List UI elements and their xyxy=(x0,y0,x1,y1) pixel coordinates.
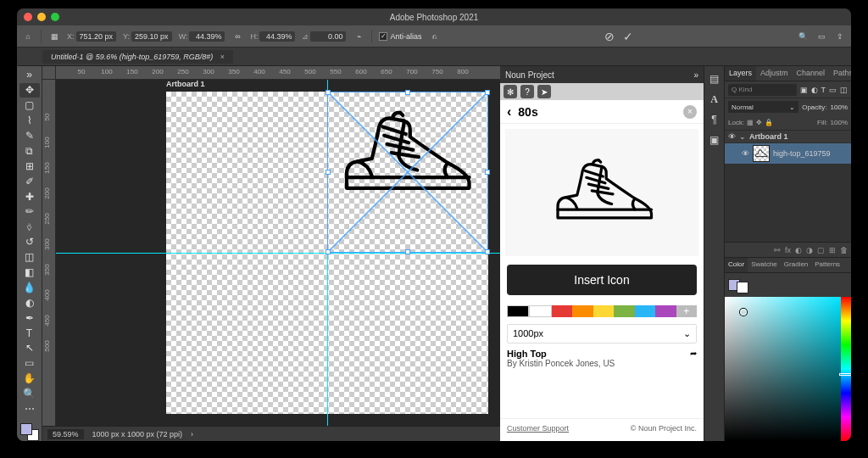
libraries-panel-icon[interactable]: ▣ xyxy=(707,132,722,148)
search-term[interactable]: 80s xyxy=(518,105,537,119)
plugin-share-icon[interactable]: ➤ xyxy=(537,85,551,98)
workspace-icon[interactable]: ▭ xyxy=(815,31,827,42)
new-group-icon[interactable]: ▢ xyxy=(817,246,825,254)
horizontal-guide[interactable] xyxy=(56,253,500,254)
noun-project-tab[interactable]: Noun Project xyxy=(505,70,554,80)
pen-tool[interactable]: ✒ xyxy=(19,310,40,325)
zoom-tool[interactable]: 🔍 xyxy=(19,387,40,401)
transform-handle-bl[interactable] xyxy=(326,249,331,254)
eyedropper-tool[interactable]: ✐ xyxy=(19,174,40,188)
link-wh-icon[interactable]: ∞ xyxy=(231,31,243,42)
dodge-tool[interactable]: ◐ xyxy=(19,295,40,310)
antialias-checkbox[interactable]: ✓Anti-alias xyxy=(379,32,421,41)
artboard-expand-icon[interactable]: ⌄ xyxy=(739,132,746,141)
vertical-ruler[interactable]: 50 100 150 200 250 300 350 400 450 500 xyxy=(42,80,56,426)
paragraph-panel-icon[interactable]: ¶ xyxy=(707,112,722,127)
angle-value[interactable]: 0.00 xyxy=(310,31,346,42)
visibility-toggle-icon[interactable]: 👁 xyxy=(728,132,736,141)
lasso-tool[interactable]: ⌇ xyxy=(19,114,40,128)
artboard-layer-row[interactable]: 👁 ⌄ Artboard 1 xyxy=(725,131,851,143)
tab-swatches[interactable]: Swatche xyxy=(748,258,781,272)
tab-paths[interactable]: Paths xyxy=(829,66,851,81)
transform-handle-tm[interactable] xyxy=(405,90,410,95)
transform-handle-mr[interactable] xyxy=(485,170,490,175)
history-brush-tool[interactable]: ↺ xyxy=(19,235,40,249)
artboard-label[interactable]: Artboard 1 xyxy=(166,80,205,88)
panel-collapse-icon[interactable]: » xyxy=(693,70,698,80)
blur-tool[interactable]: 💧 xyxy=(19,280,40,294)
transform-bounding-box[interactable] xyxy=(327,92,488,253)
transform-handle-bm[interactable] xyxy=(405,249,410,254)
warp-icon[interactable]: ⎌ xyxy=(428,31,440,42)
crop-tool[interactable]: ⧉ xyxy=(19,143,40,158)
layer-fx-icon[interactable]: fx xyxy=(785,246,791,254)
interpolation-icon[interactable]: ⌁ xyxy=(353,31,364,42)
tab-adjustments[interactable]: Adjustm xyxy=(756,66,793,81)
delete-layer-icon[interactable]: 🗑 xyxy=(840,246,848,254)
swatch-yellow[interactable] xyxy=(593,305,614,317)
character-panel-icon[interactable]: A xyxy=(707,92,722,107)
plugin-help-icon[interactable]: ? xyxy=(520,85,534,98)
frame-tool[interactable]: ⊞ xyxy=(19,159,40,173)
transform-ref-icon[interactable]: ▦ xyxy=(48,31,60,42)
transform-handle-br[interactable] xyxy=(485,249,490,254)
filter-smart-icon[interactable]: ◫ xyxy=(840,86,848,94)
visibility-toggle-icon[interactable]: 👁 xyxy=(742,149,749,158)
add-swatch-icon[interactable]: + xyxy=(676,305,697,317)
filter-image-icon[interactable]: ▣ xyxy=(800,86,808,94)
filter-shape-icon[interactable]: ▭ xyxy=(829,86,837,94)
new-layer-icon[interactable]: ⊞ xyxy=(829,246,836,254)
tab-layers[interactable]: Layers xyxy=(725,66,756,81)
plugin-settings-icon[interactable]: ✻ xyxy=(504,85,517,98)
type-tool[interactable]: T xyxy=(19,326,40,340)
layer-mask-icon[interactable]: ◐ xyxy=(795,246,802,254)
swatch-white[interactable] xyxy=(529,305,551,317)
swatch-green[interactable] xyxy=(614,305,634,317)
stamp-tool[interactable]: ⎀ xyxy=(19,220,40,234)
edit-toolbar-icon[interactable]: ⋯ xyxy=(19,402,40,416)
color-swatch-tool[interactable] xyxy=(20,423,39,441)
layer-row[interactable]: 👁 high-top_619759 xyxy=(725,143,851,165)
quickselect-tool[interactable]: ✎ xyxy=(19,129,40,143)
h-value[interactable]: 44.39% xyxy=(259,31,295,42)
layer-filter-input[interactable]: Q Kind xyxy=(728,84,797,96)
saturation-value-field[interactable] xyxy=(725,297,841,441)
filter-adjust-icon[interactable]: ◐ xyxy=(811,86,818,94)
tab-gradients[interactable]: Gradien xyxy=(781,258,811,272)
lock-position-icon[interactable]: ✥ xyxy=(756,119,762,126)
ruler-origin[interactable] xyxy=(42,66,56,80)
color-picker[interactable] xyxy=(725,297,851,441)
brush-tool[interactable]: ✏ xyxy=(19,204,40,219)
search-icon[interactable]: 🔍 xyxy=(797,31,809,42)
swatch-black[interactable] xyxy=(507,305,529,317)
cancel-transform-icon[interactable]: ⊘ xyxy=(604,31,615,42)
w-value[interactable]: 44.39% xyxy=(189,31,225,42)
tab-channels[interactable]: Channel xyxy=(793,66,830,81)
horizontal-ruler[interactable]: 50 100 150 200 250 300 350 400 450 500 5… xyxy=(42,66,500,80)
link-layers-icon[interactable]: ⚯ xyxy=(774,246,781,254)
size-dropdown[interactable]: 1000px ⌄ xyxy=(507,324,697,344)
hue-slider[interactable] xyxy=(841,297,851,441)
lock-all-icon[interactable]: 🔒 xyxy=(765,119,773,126)
y-value[interactable]: 259.10 px xyxy=(131,31,172,42)
zoom-level[interactable]: 59.59% xyxy=(47,429,84,439)
layer-thumbnail[interactable] xyxy=(753,145,770,162)
swatch-red[interactable] xyxy=(552,305,572,317)
swatch-blue[interactable] xyxy=(635,305,655,317)
lock-pixels-icon[interactable]: ▦ xyxy=(747,119,754,126)
shape-tool[interactable]: ▭ xyxy=(19,356,40,371)
properties-panel-icon[interactable]: ▤ xyxy=(707,71,722,87)
heal-tool[interactable]: ✚ xyxy=(19,189,40,204)
back-icon[interactable]: ‹ xyxy=(507,104,511,120)
share-icon[interactable]: ⇪ xyxy=(834,31,846,42)
filter-type-icon[interactable]: T xyxy=(821,86,826,94)
close-tab-icon[interactable]: × xyxy=(220,53,225,61)
canvas-viewport[interactable]: Artboard 1 xyxy=(56,80,500,426)
transform-handle-ml[interactable] xyxy=(326,170,331,175)
document-tab[interactable]: Untitled-1 @ 59.6% (high-top_619759, RGB… xyxy=(42,50,233,64)
blend-mode-select[interactable]: Normal⌄ xyxy=(728,101,798,113)
home-icon[interactable]: ⌂ xyxy=(22,31,34,42)
background-color-swatch[interactable] xyxy=(737,282,748,293)
new-fill-icon[interactable]: ◑ xyxy=(806,246,813,254)
x-value[interactable]: 751.20 px xyxy=(76,31,117,42)
